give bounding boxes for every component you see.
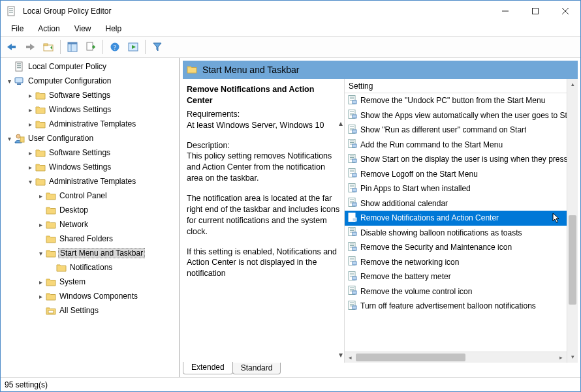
tree-item-label: All Settings bbox=[58, 305, 100, 316]
tree-twisty-icon[interactable]: ▸ bbox=[25, 106, 35, 113]
vscroll-down-icon[interactable]: ▾ bbox=[567, 352, 578, 363]
app-icon bbox=[6, 5, 18, 17]
tree-item[interactable]: All Settings bbox=[2, 303, 180, 318]
policy-icon bbox=[347, 241, 358, 254]
tree-item[interactable]: Shared Folders bbox=[2, 232, 180, 246]
tree-item-label: Software Settings bbox=[48, 147, 112, 158]
list-row-label: Remove the Security and Maintenance icon bbox=[360, 243, 512, 252]
list-row[interactable]: Remove the Security and Maintenance icon bbox=[345, 240, 567, 255]
list-row[interactable]: Remove the volume control icon bbox=[345, 284, 567, 299]
help-button[interactable]: ? bbox=[106, 38, 123, 55]
export-list-button[interactable] bbox=[82, 38, 99, 55]
menu-file[interactable]: File bbox=[5, 23, 30, 35]
vscroll-up-icon[interactable]: ▴ bbox=[567, 79, 578, 90]
list-row[interactable]: Remove Notifications and Action Center bbox=[345, 211, 567, 226]
tree-item[interactable]: ▸Network bbox=[2, 217, 180, 232]
show-hide-tree-button[interactable] bbox=[64, 38, 81, 55]
tree-item[interactable]: Desktop bbox=[2, 203, 180, 217]
tab-standard[interactable]: Standard bbox=[232, 363, 281, 374]
list-row[interactable]: Turn off feature advertisement balloon n… bbox=[345, 299, 567, 314]
list-row[interactable]: Show the Apps view automatically when th… bbox=[345, 108, 567, 123]
list-row[interactable]: Remove the networking icon bbox=[345, 255, 567, 270]
details-header-title: Start Menu and Taskbar bbox=[202, 65, 299, 75]
list-body[interactable]: Remove the "Undock PC" button from the S… bbox=[345, 93, 567, 352]
tree-item[interactable]: ▸Windows Components bbox=[2, 289, 180, 303]
tree-item[interactable]: Notifications bbox=[2, 260, 180, 275]
up-button[interactable] bbox=[40, 38, 57, 55]
forward-button[interactable] bbox=[22, 38, 39, 55]
policy-icon bbox=[347, 138, 358, 151]
menu-action[interactable]: Action bbox=[31, 23, 66, 35]
tree-twisty-icon[interactable]: ▸ bbox=[36, 221, 45, 228]
tree-item-label: Windows Settings bbox=[48, 162, 112, 172]
list-row[interactable]: Show "Run as different user" command on … bbox=[345, 123, 567, 138]
back-button[interactable] bbox=[3, 38, 20, 55]
list-row[interactable]: Show additional calendar bbox=[345, 196, 567, 211]
list-row[interactable]: Remove the "Undock PC" button from the S… bbox=[345, 93, 567, 108]
list-row-label: Remove the "Undock PC" button from the S… bbox=[360, 96, 545, 105]
tree-twisty-icon[interactable]: ▸ bbox=[25, 121, 35, 128]
menu-view[interactable]: View bbox=[68, 23, 98, 35]
list-column-header[interactable]: Setting bbox=[345, 79, 567, 93]
folder-icon bbox=[35, 89, 46, 101]
svg-rect-52 bbox=[353, 159, 356, 162]
menu-help[interactable]: Help bbox=[99, 23, 129, 35]
list-row[interactable]: Disable showing balloon notifications as… bbox=[345, 226, 567, 241]
tree-twisty-icon[interactable]: ▾ bbox=[25, 178, 35, 185]
tree-item[interactable]: ▸System bbox=[2, 275, 180, 289]
tree-twisty-icon[interactable]: ▾ bbox=[5, 78, 14, 85]
folder-icon bbox=[45, 190, 57, 202]
list-row[interactable]: Remove the battery meter bbox=[345, 269, 567, 284]
tree-twisty-icon[interactable]: ▸ bbox=[36, 279, 45, 286]
list-row-label: Show the Apps view automatically when th… bbox=[360, 111, 567, 120]
list-row[interactable]: Remove Logoff on the Start Menu bbox=[345, 167, 567, 182]
tree-item-label: Shared Folders bbox=[58, 234, 114, 244]
tree-twisty-icon[interactable]: ▾ bbox=[36, 250, 45, 257]
hscroll-left-icon[interactable]: ◂ bbox=[345, 352, 356, 363]
hscroll-right-icon[interactable]: ▸ bbox=[556, 352, 567, 363]
description-p2: The notification area is located at the … bbox=[187, 193, 340, 237]
tree-item[interactable]: ▸Software Settings bbox=[2, 88, 180, 102]
minimize-button[interactable] bbox=[490, 1, 520, 22]
tree-item[interactable]: ▾User Configuration bbox=[2, 131, 180, 145]
tree-item[interactable]: ▾Administrative Templates bbox=[2, 174, 180, 188]
tree-item[interactable]: ▸Control Panel bbox=[2, 188, 180, 203]
maximize-button[interactable] bbox=[520, 1, 550, 22]
tree-item[interactable]: ▾Start Menu and Taskbar bbox=[2, 246, 180, 260]
tree-item[interactable]: ▸Administrative Templates bbox=[2, 117, 180, 131]
list-hscrollbar[interactable]: ◂ ▸ bbox=[345, 352, 567, 363]
vscroll-thumb[interactable] bbox=[569, 215, 576, 304]
tree-item[interactable]: ▸Windows Settings bbox=[2, 102, 180, 117]
tree-twisty-icon[interactable]: ▸ bbox=[25, 164, 35, 171]
tree-item-label: Desktop bbox=[58, 205, 89, 215]
window-title: Local Group Policy Editor bbox=[23, 7, 111, 16]
run-button[interactable] bbox=[125, 38, 142, 55]
filter-button[interactable] bbox=[149, 38, 166, 55]
svg-rect-8 bbox=[11, 46, 16, 48]
allsettings-icon bbox=[45, 305, 57, 316]
tree-twisty-icon[interactable]: ▸ bbox=[25, 149, 35, 157]
tree-twisty-icon[interactable]: ▸ bbox=[25, 92, 35, 99]
policy-icon bbox=[347, 285, 358, 297]
list-row[interactable]: Show Start on the display the user is us… bbox=[345, 152, 567, 167]
list-vscrollbar[interactable]: ▴ ▾ bbox=[567, 79, 578, 363]
tree-pane[interactable]: Local Computer Policy▾Computer Configura… bbox=[1, 58, 180, 377]
tree-twisty-icon[interactable]: ▾ bbox=[5, 135, 14, 142]
list-row[interactable]: Pin Apps to Start when installed bbox=[345, 181, 567, 196]
svg-rect-23 bbox=[15, 78, 23, 83]
tree-twisty-icon[interactable]: ▸ bbox=[36, 192, 45, 200]
list-row[interactable]: Add the Run command to the Start Menu bbox=[345, 138, 567, 153]
desc-scroll-up-icon[interactable]: ▴ bbox=[339, 118, 343, 128]
computer-icon bbox=[14, 75, 25, 87]
tree-twisty-icon[interactable]: ▸ bbox=[36, 293, 45, 300]
list-row-label: Show Start on the display the user is us… bbox=[360, 155, 567, 164]
tree-item[interactable]: ▸Software Settings bbox=[2, 145, 180, 160]
close-button[interactable] bbox=[550, 1, 580, 22]
desc-scroll-down-icon[interactable]: ▾ bbox=[339, 350, 343, 360]
tab-extended[interactable]: Extended bbox=[183, 362, 233, 374]
svg-rect-37 bbox=[353, 115, 356, 118]
svg-rect-21 bbox=[17, 65, 21, 67]
tree-item[interactable]: ▸Windows Settings bbox=[2, 160, 180, 174]
tree-item[interactable]: ▾Computer Configuration bbox=[2, 74, 180, 88]
tree-item[interactable]: Local Computer Policy bbox=[2, 59, 180, 74]
